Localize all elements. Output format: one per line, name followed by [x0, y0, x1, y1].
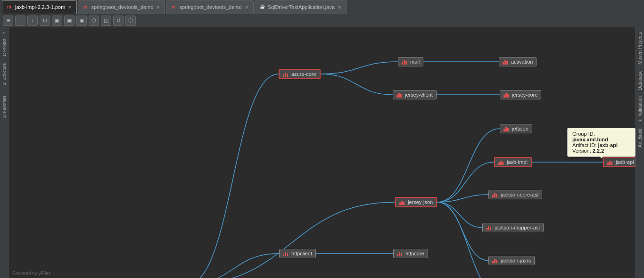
tab-java-label: SqlDriverTestApplication.java [268, 4, 335, 10]
ant-build-label[interactable]: Ant Build [637, 126, 643, 150]
main-layout: ▸ 1: Project 2: Structure 2: Favorites G… [0, 27, 644, 278]
tooltip-group-label: Group ID: [572, 131, 595, 137]
toolbar: ⊕ − + ⊡ ▣ ▣ ▣ ⬡ ◫ ↺ ⬡ [0, 14, 644, 27]
sidebar-favorites-label[interactable]: 2: Favorites [2, 96, 7, 118]
tab-bar: m jaxb-impl-2.2.3-1.pom ✕ m springboot_d… [0, 0, 644, 14]
toolbar-btn9[interactable]: ◫ [101, 16, 111, 26]
maven-projects-label[interactable]: Maven Projects [637, 29, 643, 67]
node-label-jackson-jaxrs: jackson-jaxrs [501, 258, 531, 263]
node-jaxb-api[interactable]: jaxb-api [603, 157, 636, 167]
node-label-mail: mail [410, 59, 420, 65]
diagram-canvas[interactable]: Group ID: javax.xml.bind Artifact ID: ja… [8, 27, 636, 278]
validation-label[interactable]: ✳ Validation [637, 93, 643, 126]
tab-springboot1[interactable]: m springboot_devtools_demo ✕ [78, 0, 165, 14]
powered-by: Powered by yFiles [12, 271, 51, 276]
sidebar-project-label[interactable]: 1: Project [2, 39, 7, 57]
tab-springboot2[interactable]: m springboot_devtools_demo ✕ [166, 0, 253, 14]
node-label-jackson-mapper-asl: jackson-mapper-asl [495, 225, 540, 230]
tab-java[interactable]: ☕ SqlDriverTestApplication.java ✕ [255, 0, 347, 14]
node-label-jersey-json: jersey-json [408, 199, 433, 205]
database-label[interactable]: Database [637, 67, 643, 93]
tab-springboot2-close[interactable]: ✕ [245, 5, 248, 10]
toolbar-zoom-out-btn[interactable]: − [15, 16, 25, 26]
node-label-jettison: jettison [512, 126, 528, 131]
toolbar-export-btn[interactable]: ⬡ [125, 16, 136, 26]
toolbar-zoom-in-btn[interactable]: + [27, 16, 38, 26]
node-label-activation: activation [511, 59, 533, 65]
bar-icon-jackson-mapper-asl [486, 225, 493, 230]
tab-jaxb-pom-label: jaxb-impl-2.2.3-1.pom [15, 4, 65, 10]
node-label-httpcore: httpcore [405, 251, 424, 256]
toolbar-btn7[interactable]: ▣ [76, 16, 87, 26]
bar-icon-httpcore [397, 251, 404, 256]
tab-jaxb-pom-close[interactable]: ✕ [68, 5, 72, 10]
bar-icon-azure-core [283, 72, 289, 77]
connections-svg [8, 27, 636, 278]
tab-springboot2-label: springboot_devtools_demo [179, 4, 241, 10]
tab-springboot1-close[interactable]: ✕ [156, 5, 160, 10]
tooltip-version-label: Version: [572, 148, 591, 154]
toolbar-btn6[interactable]: ▣ [64, 16, 74, 26]
tab-springboot1-label: springboot_devtools_demo [91, 4, 153, 10]
java-icon: ☕ [260, 4, 265, 10]
node-httpcore[interactable]: httpcore [393, 249, 428, 258]
node-jersey-json[interactable]: jersey-json [395, 197, 437, 207]
tooltip-group-value: javax.xml.bind [572, 137, 608, 142]
bar-icon-jersey-client [396, 92, 403, 98]
left-sidebar-icon1: ▸ [1, 29, 8, 36]
tab-java-close[interactable]: ✕ [338, 5, 341, 10]
bar-icon-mail [402, 59, 408, 65]
node-label-jaxb-impl: jaxb-impl [507, 159, 528, 165]
node-label-httpclient: httpclient [291, 251, 312, 256]
left-sidebar: ▸ 1: Project 2: Structure 2: Favorites [0, 27, 8, 278]
node-jackson-mapper-asl[interactable]: jackson-mapper-asl [482, 223, 544, 232]
tooltip-version-value: 2.2.2 [593, 148, 604, 154]
node-azure-core[interactable]: azure-core [279, 69, 321, 79]
bar-icon-jaxb-api [607, 160, 614, 165]
node-label-azure-core: azure-core [291, 71, 316, 77]
toolbar-btn5[interactable]: ▣ [52, 16, 62, 26]
node-label-jackson-core-asl: jackson-core-asl [501, 192, 538, 197]
bar-icon-jackson-jaxrs [492, 258, 499, 263]
node-activation[interactable]: activation [499, 57, 537, 66]
bar-icon-httpclient [283, 251, 289, 256]
node-label-jaxb-api: jaxb-api [616, 159, 634, 165]
node-jackson-core-asl[interactable]: jackson-core-asl [488, 190, 542, 199]
bar-icon-jackson-core-asl [492, 192, 499, 197]
node-jaxb-impl[interactable]: jaxb-impl [494, 157, 532, 167]
bar-icon-jersey-core [504, 92, 510, 98]
tab-jaxb-pom[interactable]: m jaxb-impl-2.2.3-1.pom ✕ [2, 0, 77, 14]
tooltip: Group ID: javax.xml.bind Artifact ID: ja… [567, 128, 636, 157]
m-icon-1: m [83, 4, 89, 10]
m-icon-2: m [171, 4, 177, 10]
toolbar-btn8[interactable]: ⬡ [89, 16, 99, 26]
node-jackson-jaxrs[interactable]: jackson-jaxrs [488, 256, 535, 265]
sidebar-structure-label[interactable]: 2: Structure [2, 63, 7, 85]
tooltip-artifact-value: jaxb-api [598, 142, 618, 148]
pom-icon: m [7, 4, 13, 10]
bar-icon-jersey-json [399, 200, 406, 205]
right-sidebar: Maven Projects Database ✳ Validation Ant… [636, 27, 644, 278]
node-jettison[interactable]: jettison [500, 124, 532, 133]
node-mail[interactable]: mail [398, 57, 423, 66]
node-jersey-client[interactable]: jersey-client [393, 90, 437, 99]
toolbar-refresh-btn[interactable]: ↺ [113, 16, 124, 26]
node-label-jersey-client: jersey-client [405, 92, 433, 98]
tooltip-artifact-label: Artifact ID: [572, 142, 596, 148]
node-jersey-core[interactable]: jersey-core [500, 90, 541, 99]
bar-icon-jettison [504, 126, 510, 131]
node-httpclient[interactable]: httpclient [279, 249, 316, 258]
bar-icon-jaxb-impl [498, 160, 505, 165]
bar-icon-activation [503, 59, 509, 65]
node-label-jersey-core: jersey-core [512, 92, 537, 98]
toolbar-select-btn[interactable]: ⊕ [3, 16, 13, 26]
toolbar-fit-btn[interactable]: ⊡ [40, 16, 50, 26]
